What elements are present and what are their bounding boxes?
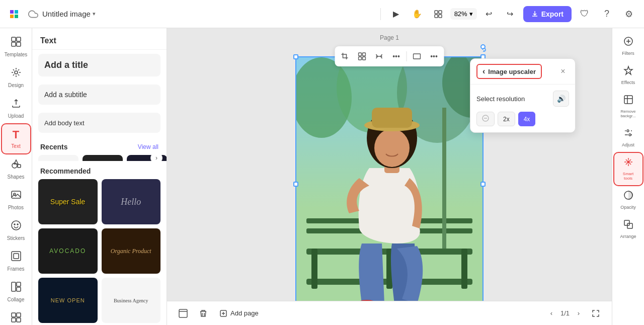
text-panel: Text Add a title Add a subtitle Add body… bbox=[32, 28, 167, 325]
sidebar-item-upload[interactable]: Upload bbox=[2, 94, 30, 123]
svg-rect-18 bbox=[12, 282, 16, 291]
resolution-2x-button[interactable]: 2x bbox=[498, 112, 515, 126]
right-item-opacity[interactable]: Opacity bbox=[614, 186, 642, 214]
right-item-remove-bg[interactable]: Removebackgr... bbox=[614, 91, 642, 123]
rec-item-super-sale[interactable]: Super Sale bbox=[38, 179, 98, 224]
shapes-icon bbox=[11, 158, 22, 172]
document-area: Untitled image ▾ bbox=[26, 7, 374, 21]
canvas-element[interactable] bbox=[295, 56, 484, 312]
svg-rect-6 bbox=[12, 42, 16, 46]
resolution-4x-button[interactable]: 4x bbox=[518, 112, 536, 126]
canvas-flip-button[interactable] bbox=[371, 48, 387, 64]
canvas-overflow-button[interactable]: ••• bbox=[426, 48, 442, 64]
right-item-filters[interactable]: Filters bbox=[614, 32, 642, 60]
view-all-button[interactable]: View all bbox=[138, 143, 158, 150]
canvas-image-wrapper bbox=[295, 56, 484, 312]
svg-point-44 bbox=[374, 129, 410, 167]
recent-item-daily[interactable]: Daily bbox=[83, 155, 123, 161]
handle-middle-left[interactable] bbox=[293, 182, 298, 187]
svg-rect-2 bbox=[435, 15, 438, 18]
toolbar-divider bbox=[407, 51, 407, 61]
sidebar-item-plugins[interactable]: Plugins bbox=[2, 308, 30, 325]
handle-top-left[interactable] bbox=[293, 54, 298, 59]
hand-tool-button[interactable]: ✋ bbox=[408, 5, 426, 23]
shapes-label: Shapes bbox=[8, 174, 25, 180]
sidebar-item-collage[interactable]: Collage bbox=[2, 277, 30, 307]
upload-label: Upload bbox=[8, 113, 24, 119]
svg-rect-46 bbox=[372, 108, 412, 128]
text-panel-title: Text bbox=[32, 28, 167, 50]
select-resolution-row: Select resolution 🔊 bbox=[476, 91, 569, 107]
canvas-crop-button[interactable] bbox=[337, 48, 353, 64]
logo-button[interactable] bbox=[6, 6, 22, 22]
svg-rect-56 bbox=[624, 220, 629, 225]
add-subtitle-button[interactable]: Add a subtitle bbox=[38, 85, 160, 105]
right-item-arrange[interactable]: Arrange bbox=[614, 215, 642, 243]
topbar: Untitled image ▾ ▶ ✋ 82% ▾ ↩ ↪ Export bbox=[0, 0, 644, 28]
settings-button[interactable]: ⚙ bbox=[620, 5, 638, 23]
thumbnail-view-button[interactable] bbox=[175, 305, 191, 321]
right-item-adjust[interactable]: Adjust bbox=[614, 124, 642, 152]
redo-button[interactable]: ↪ bbox=[501, 5, 519, 23]
recent-item-tea-time[interactable]: Tea Time bbox=[38, 155, 78, 161]
sidebar-item-frames[interactable]: Frames bbox=[2, 247, 30, 276]
sidebar-item-design[interactable]: Design bbox=[2, 63, 30, 93]
svg-rect-5 bbox=[17, 37, 21, 41]
canvas-grid-button[interactable] bbox=[354, 48, 370, 64]
adjust-icon bbox=[623, 128, 633, 140]
add-title-button[interactable]: Add a title bbox=[38, 54, 160, 76]
svg-rect-10 bbox=[18, 165, 21, 168]
effects-label: Effects bbox=[621, 80, 635, 86]
right-item-effects[interactable]: Effects bbox=[614, 61, 642, 90]
opacity-icon bbox=[623, 190, 633, 203]
document-title[interactable]: Untitled image ▾ bbox=[42, 10, 96, 18]
svg-rect-26 bbox=[363, 53, 366, 56]
undo-button[interactable]: ↩ bbox=[480, 5, 498, 23]
rec-item-new-open[interactable]: NEW OPEN bbox=[38, 278, 98, 323]
main-area: Templates Design Upload T Text bbox=[0, 28, 644, 325]
canvas-more-button[interactable]: ••• bbox=[388, 48, 405, 64]
arrange-icon bbox=[623, 219, 633, 232]
add-page-button[interactable]: Add page bbox=[215, 306, 263, 320]
prev-page-button[interactable]: ‹ bbox=[544, 306, 558, 320]
sidebar-item-text[interactable]: T Text bbox=[2, 124, 30, 153]
sidebar-item-shapes[interactable]: Shapes bbox=[2, 154, 30, 184]
page-indicator: 1/1 bbox=[560, 309, 570, 317]
add-body-button[interactable]: Add body text bbox=[38, 113, 160, 133]
rec-item-organic[interactable]: Organic Product bbox=[102, 228, 161, 274]
resolution-disabled-button[interactable] bbox=[476, 112, 495, 126]
delete-page-button[interactable] bbox=[195, 305, 211, 321]
help-button[interactable]: ? bbox=[598, 5, 616, 23]
svg-rect-16 bbox=[12, 252, 21, 261]
handle-middle-right[interactable] bbox=[480, 182, 486, 187]
rec-item-business[interactable]: Business Agency bbox=[102, 278, 161, 323]
play-button[interactable]: ▶ bbox=[387, 5, 405, 23]
sidebar-item-templates[interactable]: Templates bbox=[2, 32, 30, 62]
upscaler-close-button[interactable]: × bbox=[557, 65, 569, 77]
rec-item-avocado[interactable]: AVOCADO bbox=[38, 228, 98, 274]
svg-rect-38 bbox=[461, 249, 467, 289]
svg-rect-19 bbox=[17, 282, 21, 286]
effects-icon bbox=[623, 65, 633, 78]
shield-icon-button[interactable]: 🛡 bbox=[576, 5, 594, 23]
zoom-control[interactable]: 82% ▾ bbox=[450, 8, 477, 20]
right-item-smart-tools[interactable]: Smarttools bbox=[614, 153, 642, 185]
smart-tools-icon bbox=[623, 157, 633, 170]
volume-button[interactable]: 🔊 bbox=[553, 91, 569, 107]
svg-point-14 bbox=[14, 224, 15, 225]
frames-label: Frames bbox=[8, 266, 25, 272]
export-button[interactable]: Export bbox=[523, 6, 572, 22]
sidebar-item-stickers[interactable]: Stickers bbox=[2, 216, 30, 246]
recents-next-button[interactable]: › bbox=[150, 155, 163, 161]
handle-rotate[interactable] bbox=[480, 44, 486, 49]
rec-item-hello[interactable]: Hello bbox=[102, 179, 161, 224]
photos-icon bbox=[11, 189, 22, 203]
sidebar-item-photos[interactable]: Photos bbox=[2, 185, 30, 215]
layout-button[interactable] bbox=[429, 5, 447, 23]
fullscreen-button[interactable] bbox=[588, 305, 604, 321]
smart-tools-label: Smarttools bbox=[623, 172, 633, 181]
svg-rect-37 bbox=[311, 249, 317, 289]
canvas-resize-button[interactable] bbox=[409, 48, 425, 64]
next-page-button[interactable]: › bbox=[572, 306, 586, 320]
image-upscaler-button[interactable]: ‹ Image upscaler bbox=[476, 64, 542, 79]
